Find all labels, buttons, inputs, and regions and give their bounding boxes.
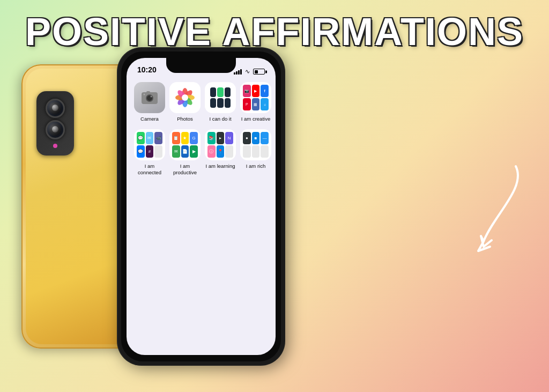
iphone-front: 10:20 ∿ [118,48,284,365]
page-title: POSITIVE AFFIRMATIONS [0,10,549,54]
app-i-am-rich[interactable]: ● ■ — I am rich [240,129,271,175]
wifi-icon: ∿ [245,68,250,75]
curved-arrow [451,161,521,270]
app-i-am-learning[interactable]: 📚 ▸ N ⓘ 📍 I am learning [205,129,236,175]
app-i-am-productive[interactable]: 📋 ★ G ✉ 📄 ▶ I am productive [169,129,201,175]
notch [166,58,236,73]
svg-point-3 [151,96,152,98]
app-grid: Camera [134,82,268,175]
app-camera[interactable]: Camera [134,82,165,122]
app-i-am-creative-label: I am creative [241,116,270,122]
app-photos-label: Photos [177,116,193,122]
svg-rect-4 [146,91,150,93]
app-i-am-productive-label: I am productive [169,163,201,175]
app-i-am-creative[interactable]: 📷 ▶ f P ▦ ⏚ I am creative [240,82,271,122]
status-time: 10:20 [137,65,157,75]
status-icons: ∿ [234,68,265,75]
app-i-can-do-it-label: I can do it [209,116,231,122]
camera-lens-2 [46,120,65,139]
app-i-can-do-it[interactable]: I can do it [205,82,236,122]
svg-point-14 [182,94,188,101]
app-i-am-connected-label: I am connected [134,163,165,175]
battery-icon [253,69,265,75]
app-i-am-connected[interactable]: 💬 ✉ 📹 💬 # I am connected [134,129,165,175]
svg-point-5 [144,94,145,95]
signal-icon [234,69,242,75]
camera-lens-1 [46,99,65,118]
app-i-am-rich-label: I am rich [246,163,265,169]
camera-module [36,91,74,156]
phone-screen: 10:20 ∿ [127,58,276,355]
app-photos[interactable]: Photos [169,82,201,122]
app-camera-label: Camera [140,116,159,122]
app-i-am-learning-label: I am learning [206,163,235,169]
